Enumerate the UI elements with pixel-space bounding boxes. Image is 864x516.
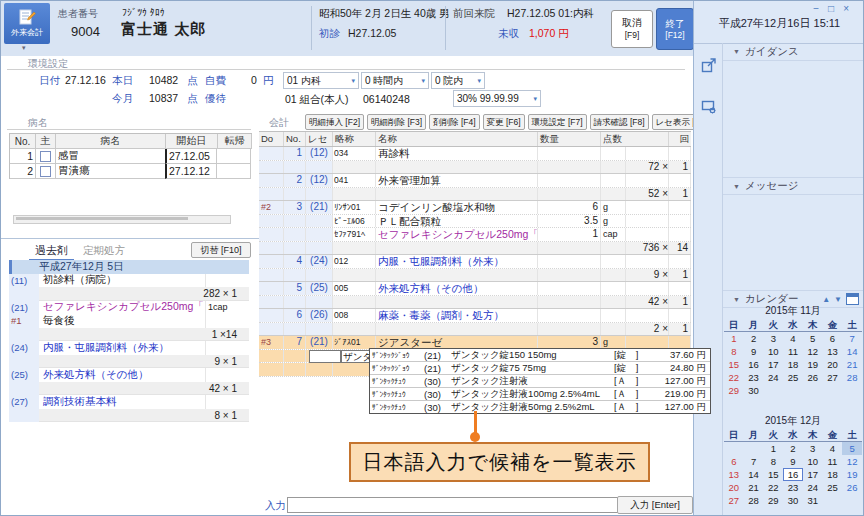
calendar-day[interactable]: 7	[842, 332, 862, 345]
calendar-day[interactable]: 2	[783, 442, 803, 455]
kaikei-row[interactable]: 736 ×14	[259, 242, 691, 256]
kaikei-toolbar-button[interactable]: 剤削除 [F4]	[429, 114, 480, 130]
calendar-day[interactable]: 15	[763, 468, 783, 481]
kaikei-toolbar-button[interactable]: 環境設定 [F7]	[528, 114, 587, 130]
kaikei-row[interactable]: ﾋﾟｰｴﾙ06ＰＬ配合顆粒3.5g	[259, 215, 691, 229]
calendar-day[interactable]: 8	[724, 345, 744, 358]
calendar-day[interactable]: 3	[763, 332, 783, 345]
horizontal-scrollbar[interactable]	[13, 215, 231, 224]
calendar-day[interactable]: 5	[803, 332, 823, 345]
kaikei-row[interactable]: 42 ×1	[259, 296, 691, 310]
drug-candidate[interactable]: ｻﾞﾝﾀｯｸｼﾞｮｳ(21)ザンタック錠150 150mg[錠 ]37.60 円	[370, 349, 710, 362]
calendar-day[interactable]: 9	[783, 455, 803, 468]
past-row[interactable]: (11)初診料（病院）	[9, 274, 249, 288]
calendar-day[interactable]: 18	[823, 468, 843, 481]
calendar-day[interactable]: 9	[744, 345, 764, 358]
past-row[interactable]: 8 × 1	[9, 409, 249, 423]
disease-row[interactable]: 2胃潰瘍27.12.12	[10, 164, 252, 179]
calendar-day[interactable]: 18	[783, 358, 803, 371]
calendar-day[interactable]: 24	[803, 481, 823, 494]
kaikei-row[interactable]: 52 ×1	[259, 188, 691, 202]
calendar-day[interactable]: 1	[763, 442, 783, 455]
calendar-day[interactable]: 16	[744, 358, 764, 371]
calendar-day[interactable]: 3	[803, 442, 823, 455]
chevron-down-icon[interactable]: ▾	[22, 44, 26, 52]
kaikei-row[interactable]: 1(12)034再診料	[259, 147, 691, 161]
outpatient-accounting-tile[interactable]: 外来会計	[4, 3, 50, 44]
calendar-day[interactable]: 15	[724, 358, 744, 371]
checkbox-icon[interactable]	[40, 151, 51, 162]
calendar-next-icon[interactable]: ▼	[834, 295, 842, 304]
checkbox-icon[interactable]	[40, 166, 51, 177]
calendar-day[interactable]: 30	[744, 384, 764, 397]
calendar-day[interactable]: 11	[783, 345, 803, 358]
calendar-day[interactable]: 21	[842, 358, 862, 371]
external-link-icon[interactable]	[701, 57, 717, 75]
calendar-day[interactable]: 12	[842, 455, 862, 468]
calendar-day[interactable]: 6	[724, 455, 744, 468]
kaikei-row[interactable]: 9 ×1	[259, 269, 691, 283]
drug-candidate[interactable]: ｻﾞﾝﾀｯｸｼﾞｮｳ(21)ザンタック錠75 75mg[錠 ]24.80 円	[370, 362, 710, 375]
past-row[interactable]: 282 × 1	[9, 287, 249, 301]
main-disease-cell[interactable]	[36, 149, 56, 164]
command-input[interactable]	[287, 497, 619, 513]
kaikei-row[interactable]: 6(26)008麻薬・毒薬（調剤・処方）	[259, 309, 691, 323]
calendar-day[interactable]: 10	[803, 455, 823, 468]
past-row[interactable]: #1毎食後	[9, 314, 249, 328]
past-row[interactable]: (24)内服・屯服調剤料（外来）	[9, 341, 249, 355]
calendar-day[interactable]: 20	[823, 358, 843, 371]
drug-candidate[interactable]: ｻﾞﾝﾀｯｸﾁｭｳ(30)ザンタック注射液100mg 2.5%4mL[Ａ ]21…	[370, 388, 710, 401]
kaikei-toolbar-button[interactable]: 明細削除 [F3]	[367, 114, 426, 130]
kaikei-row[interactable]: 72 ×1	[259, 161, 691, 175]
calendar-day[interactable]: 14	[842, 345, 862, 358]
kaikei-row[interactable]: 5(25)005外来処方料（その他）	[259, 282, 691, 296]
main-disease-cell[interactable]	[36, 164, 56, 179]
calendar-day[interactable]: 27	[823, 371, 843, 384]
enter-button[interactable]: 入力 [Enter]	[617, 496, 693, 514]
calendar-day[interactable]: 26	[842, 481, 862, 494]
tab-regular-prescription[interactable]: 定期処方	[83, 244, 125, 258]
time-select[interactable]: 0 時間内▾	[361, 72, 429, 89]
cancel-button[interactable]: 取消 [F9]	[611, 10, 653, 48]
past-row[interactable]: (21)セファレキシンカプセル250mg「トーワ1cap	[9, 301, 249, 315]
kaikei-row[interactable]: 2(12)041外来管理加算	[259, 174, 691, 188]
scrollbar-thumb[interactable]	[16, 217, 188, 220]
past-date-row[interactable]: 平成27年12月 5日	[9, 260, 249, 274]
past-row[interactable]: (27)調剤技術基本料	[9, 395, 249, 409]
past-row[interactable]: 9 × 1	[9, 355, 249, 369]
calendar-day[interactable]: 7	[744, 455, 764, 468]
drug-candidate[interactable]: ｻﾞﾝﾀｯｸﾁｭｳ(30)ザンタック注射液50mg 2.5%2mL[Ａ ]127…	[370, 401, 710, 413]
window-settings-icon[interactable]	[701, 99, 717, 117]
past-row[interactable]: (25)外来処方料（その他）	[9, 368, 249, 382]
calendar-day[interactable]: 28	[842, 371, 862, 384]
calendar-day[interactable]: 27	[724, 494, 744, 507]
calendar-day[interactable]: 8	[763, 455, 783, 468]
calendar-day[interactable]: 16	[783, 468, 803, 481]
calendar-day[interactable]: 17	[763, 358, 783, 371]
kaikei-row[interactable]: 4(24)012内服・屯服調剤料（外来）	[259, 255, 691, 269]
code-input[interactable]	[309, 350, 341, 363]
finish-button[interactable]: 終了 [F12]	[656, 8, 694, 50]
calendar-day[interactable]: 17	[803, 468, 823, 481]
calendar-day[interactable]: 25	[823, 481, 843, 494]
message-section-header[interactable]: ▼ メッセージ	[723, 177, 864, 195]
place-select[interactable]: 0 院内▾	[431, 72, 485, 89]
calendar-day[interactable]: 28	[744, 494, 764, 507]
kaikei-row[interactable]: #23(21)ﾘﾝｻﾝ01コデインリン酸塩水和物6g	[259, 201, 691, 215]
calendar-day[interactable]: 1	[724, 332, 744, 345]
calendar-day[interactable]: 26	[803, 371, 823, 384]
calendar-day[interactable]: 19	[803, 358, 823, 371]
guidance-section-header[interactable]: ▼ ガイダンス	[723, 43, 864, 61]
calendar-day[interactable]: 4	[783, 332, 803, 345]
calendar-day[interactable]: 12	[803, 345, 823, 358]
calendar-day[interactable]: 21	[744, 481, 764, 494]
minimize-button[interactable]: −	[813, 3, 819, 14]
calendar-day[interactable]: 31	[803, 494, 823, 507]
department-select[interactable]: 01 内科▾	[283, 72, 359, 89]
close-button[interactable]: ×	[843, 3, 849, 14]
calendar-day[interactable]: 29	[724, 384, 744, 397]
switch-button[interactable]: 切替 [F10]	[191, 242, 251, 258]
calendar-day[interactable]: 14	[744, 468, 764, 481]
kaikei-row[interactable]: 2 ×1	[259, 323, 691, 337]
calendar-day[interactable]: 20	[724, 481, 744, 494]
